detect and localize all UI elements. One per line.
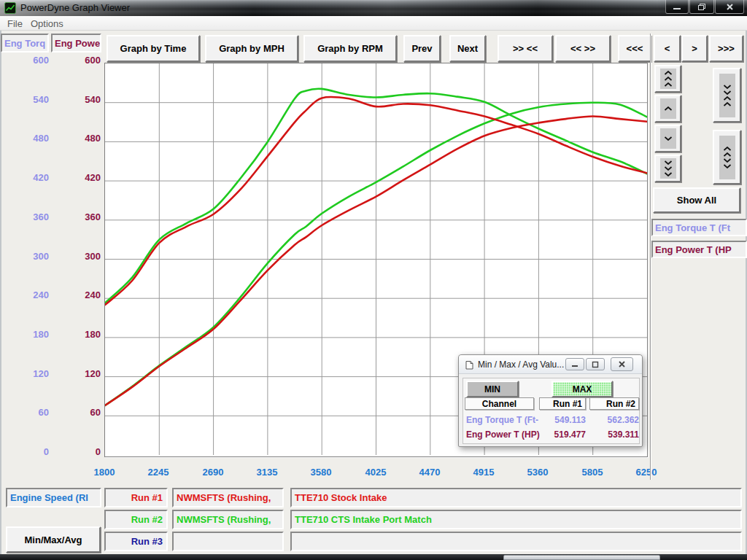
minmax-window-icon <box>465 360 474 370</box>
graph-by-rpm-button[interactable]: Graph by RPM <box>303 35 397 62</box>
taskbar-fragment <box>503 555 660 560</box>
torque-axis-tick: 60 <box>12 407 49 419</box>
scroll-right-button[interactable]: > <box>681 35 708 62</box>
scroll-left-button[interactable]: < <box>654 35 681 62</box>
prev-button[interactable]: Prev <box>403 35 441 62</box>
power-axis-tick: 240 <box>64 289 101 301</box>
torque-axis-tick: 600 <box>12 55 49 66</box>
power-axis-tick: 300 <box>64 251 101 262</box>
run3-label-box: Run #3 <box>104 532 168 551</box>
scroll-down-fast-button[interactable] <box>654 155 681 182</box>
rpm-axis-tick: 5805 <box>569 467 616 478</box>
rpm-axis-tick: 6250 <box>623 467 670 478</box>
power-channel-label: Eng Power T (HP <box>655 244 732 255</box>
torque-axis-tick: 420 <box>12 172 49 184</box>
x-axis-channel-box: Engine Speed (RI <box>6 488 101 508</box>
scroll-down-button[interactable] <box>654 125 681 152</box>
torque-axis-tick: 0 <box>12 446 49 458</box>
power-axis-tick: 180 <box>64 329 101 341</box>
rpm-axis-tick: 2245 <box>135 467 182 478</box>
channel-column-header: Channel <box>465 397 534 410</box>
chevrons-outward-icon <box>719 136 735 179</box>
torque-axis-header: Eng Torq <box>1 34 49 52</box>
rpm-axis-tick: 1800 <box>81 467 128 478</box>
powerdyne-graph-viewer-window: PowerDyne Graph Viewer File Options Eng … <box>0 0 747 560</box>
title-bar[interactable]: PowerDyne Graph Viewer <box>0 0 747 16</box>
scroll-up-button[interactable] <box>654 95 681 122</box>
power-axis-tick: 540 <box>64 94 101 106</box>
menu-bar: File Options <box>0 16 747 31</box>
run2-label-box: Run #2 <box>104 510 168 529</box>
minmax-values-window[interactable]: Min / Max / Avg Valu... MIN MAX Channel … <box>458 354 643 447</box>
torque-row-run2-value: 562.362 <box>594 415 639 425</box>
torque-row-run1-value: 549.113 <box>542 415 586 425</box>
chevron-up-icon <box>660 98 676 119</box>
torque-axis-tick: 240 <box>12 289 49 301</box>
zoom-out-button[interactable]: << >> <box>555 35 611 62</box>
show-all-button[interactable]: Show All <box>653 187 740 213</box>
torque-channel-label-box: Eng Torque T (Ft <box>651 219 747 236</box>
scroll-far-right-button[interactable]: >>> <box>709 35 743 62</box>
run2-file-box: NWMSFTS (Rushing, <box>172 510 284 529</box>
power-axis-header: Eng Powe <box>51 34 101 52</box>
max-tab-button[interactable]: MAX <box>551 381 613 397</box>
window-frame-left <box>0 31 1 554</box>
scroll-up-fast-button[interactable] <box>654 65 681 93</box>
minmax-maximize-button[interactable] <box>586 358 605 370</box>
minmax-close-button[interactable] <box>611 357 633 371</box>
x-axis-channel-label: Engine Speed (RI <box>10 492 88 503</box>
run3-description-box <box>290 532 742 551</box>
panel-divider <box>650 34 651 480</box>
power-axis-tick: 600 <box>64 55 101 66</box>
window-title: PowerDyne Graph Viewer <box>20 2 130 13</box>
scale-expand-button[interactable] <box>713 130 741 184</box>
minmaxavg-button[interactable]: Min/Max/Avg <box>6 526 101 553</box>
run1-column-header: Run #1 <box>539 397 586 410</box>
scroll-far-left-button[interactable]: <<< <box>618 35 651 62</box>
run3-file-box <box>172 532 284 551</box>
graph-by-mph-button[interactable]: Graph by MPH <box>205 35 298 62</box>
min-tab-button[interactable]: MIN <box>466 381 519 397</box>
power-axis-tick: 480 <box>64 133 101 144</box>
minmax-minimize-button[interactable] <box>565 358 584 370</box>
zoom-in-button[interactable]: >> << <box>498 35 553 62</box>
scale-collapse-button[interactable] <box>713 68 741 122</box>
rpm-axis-tick: 4025 <box>352 467 399 478</box>
rpm-axis-tick: 5360 <box>514 467 561 478</box>
torque-axis-header-label: Eng Torq <box>4 38 45 49</box>
rpm-axis-tick: 4915 <box>460 467 507 478</box>
power-axis-tick: 60 <box>64 407 101 419</box>
menu-options[interactable]: Options <box>28 18 66 30</box>
triple-chevron-down-icon <box>660 158 676 179</box>
power-axis-tick: 0 <box>64 446 101 458</box>
rpm-axis-tick: 3135 <box>244 467 290 478</box>
chevrons-inward-icon <box>719 74 735 117</box>
window-bottom-frame <box>0 554 747 560</box>
minimize-button[interactable] <box>665 0 689 14</box>
triple-chevron-up-icon <box>660 69 676 89</box>
torque-axis-tick: 180 <box>12 329 49 341</box>
power-row-run2-value: 539.311 <box>594 429 639 440</box>
next-button[interactable]: Next <box>449 35 486 62</box>
power-channel-label-box: Eng Power T (HP <box>651 241 747 258</box>
power-row-channel: Eng Power T (HP) <box>466 429 540 440</box>
torque-row-channel: Eng Torque T (Ft- <box>466 415 538 425</box>
menu-file[interactable]: File <box>4 18 26 30</box>
minmax-window-titlebar[interactable]: Min / Max / Avg Valu... <box>459 355 642 374</box>
power-row-run1-value: 519.477 <box>542 429 586 440</box>
run1-label-box: Run #1 <box>104 488 168 508</box>
torque-axis-tick: 300 <box>12 251 49 262</box>
restore-button[interactable] <box>689 0 714 14</box>
run1-file-box: NWMSFTS (Rushing, <box>172 488 284 508</box>
graph-by-time-button[interactable]: Graph by Time <box>107 35 200 62</box>
close-button[interactable] <box>715 0 744 14</box>
run2-column-header: Run #2 <box>589 397 639 410</box>
power-axis-tick: 420 <box>64 172 101 184</box>
torque-axis-tick: 360 <box>12 211 49 223</box>
torque-axis-tick: 480 <box>12 133 49 144</box>
run2-description-box: TTE710 CTS Intake Port Match <box>290 510 742 529</box>
rpm-axis-tick: 4470 <box>406 467 453 478</box>
power-axis-tick: 360 <box>64 211 101 223</box>
rpm-axis-tick: 3580 <box>298 467 344 478</box>
torque-axis-tick: 540 <box>12 94 49 106</box>
